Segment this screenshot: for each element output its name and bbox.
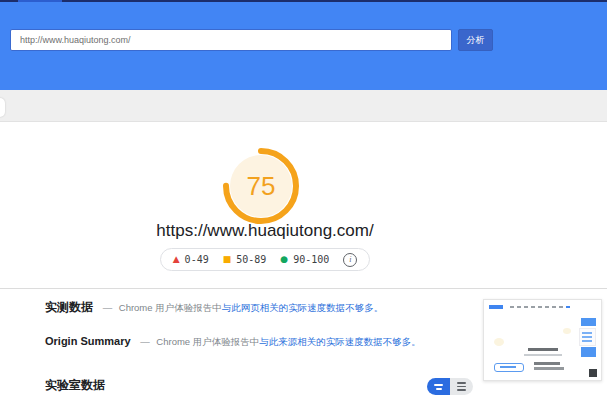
legend-pass: ● 90-100	[280, 254, 329, 265]
lab-data-section: 实验室数据	[45, 377, 112, 394]
sub-header-band	[0, 90, 607, 122]
origin-summary-title: Origin Summary	[45, 335, 131, 347]
fail-triangle-icon: ▲	[173, 255, 180, 264]
field-data-title: 实测数据	[45, 300, 93, 314]
origin-summary-separator: —	[140, 336, 150, 347]
lab-data-title: 实验室数据	[45, 378, 105, 392]
info-icon[interactable]: i	[343, 253, 357, 267]
page-screenshot-thumbnail	[483, 299, 602, 381]
page-header: 分析	[0, 2, 607, 90]
fail-range-label: 0-49	[185, 254, 209, 265]
thumbnail-subline	[524, 354, 562, 356]
field-data-section: 实测数据 — Chrome 用户体验报告中与此网页相关的实际速度数据不够多。	[45, 299, 383, 316]
field-data-link[interactable]: 与此网页相关的实际速度数据不够多。	[222, 302, 384, 313]
chart-view-icon	[434, 384, 443, 386]
score-value: 75	[222, 147, 300, 225]
origin-summary-section: Origin Summary — Chrome 用户体验报告中与此来源相关的实际…	[45, 335, 421, 349]
score-gauge: 75	[222, 147, 300, 225]
thumbnail-qr-code	[589, 369, 597, 377]
legend-average: ■ 50-89	[223, 254, 267, 265]
pass-range-label: 90-100	[293, 254, 329, 265]
left-edge-tab	[0, 98, 5, 117]
pass-circle-icon: ●	[280, 255, 288, 264]
thumbnail-headline	[528, 348, 558, 351]
thumbnail-side-widget	[581, 347, 596, 357]
score-legend: ▲ 0-49 ■ 50-89 ● 90-100 i	[160, 248, 371, 271]
average-square-icon: ■	[223, 255, 232, 264]
analyze-button[interactable]: 分析	[458, 29, 493, 51]
view-toggle	[427, 378, 473, 395]
page-url: https://www.huaqiutong.com/	[0, 221, 530, 241]
url-input[interactable]	[10, 29, 452, 51]
field-data-description: Chrome 用户体验报告中	[119, 302, 222, 313]
origin-summary-description: Chrome 用户体验报告中	[156, 336, 259, 347]
average-range-label: 50-89	[236, 254, 266, 265]
thumbnail-text-line	[534, 362, 560, 365]
section-divider	[0, 288, 607, 289]
thumbnail-side-panel	[579, 328, 596, 346]
field-data-separator: —	[103, 302, 113, 313]
legend-fail: ▲ 0-49	[173, 254, 209, 265]
chart-view-button[interactable]	[427, 378, 450, 395]
origin-summary-link[interactable]: 与此来源相关的实际速度数据不够多。	[259, 336, 421, 347]
list-view-button[interactable]	[450, 378, 473, 395]
thumbnail-side-widget	[581, 318, 596, 326]
thumbnail-decor	[494, 338, 504, 346]
thumbnail-nav	[510, 306, 570, 308]
thumbnail-logo	[489, 305, 503, 309]
thumbnail-decor	[563, 328, 571, 334]
list-view-icon	[457, 382, 466, 384]
legend-row: ▲ 0-49 ■ 50-89 ● 90-100 i	[0, 248, 530, 271]
thumbnail-button	[494, 363, 524, 372]
thumbnail-text-line	[534, 367, 564, 370]
